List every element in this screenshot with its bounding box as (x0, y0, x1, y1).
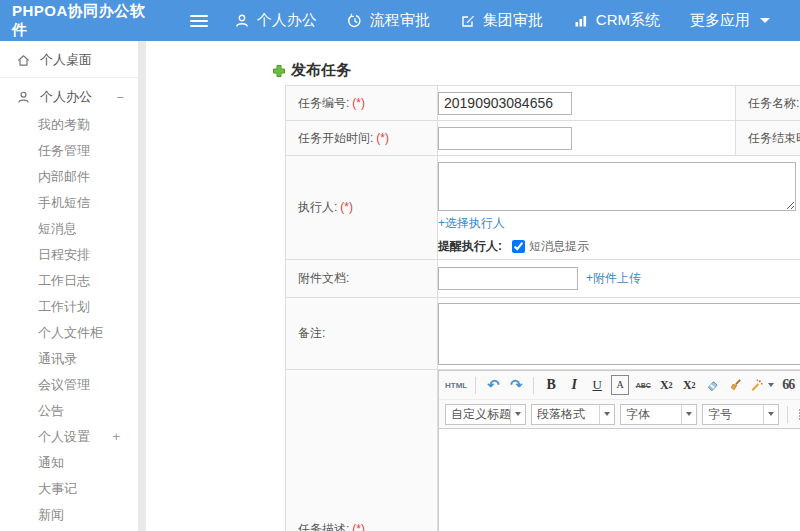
caret-down-icon (510, 405, 525, 424)
sidebar-item-label: 通知 (38, 450, 64, 476)
sidebar-item-label: 个人设置 (38, 424, 90, 450)
nav-item-workflow-approval[interactable]: 流程审批 (347, 11, 430, 30)
field-label: 任务开始时间: (298, 131, 373, 145)
sidebar-item-personal-office[interactable]: 个人办公 − (0, 82, 138, 112)
nav-item-group-approval[interactable]: 集团审批 (460, 11, 543, 30)
align-left-icon[interactable] (796, 404, 800, 424)
editor-content-area[interactable] (439, 428, 800, 531)
sidebar-item-announcement[interactable]: 公告 (0, 398, 138, 424)
attachment-label-cell: 附件文档: (286, 260, 438, 298)
app-logo: PHPOA协同办公软件 (0, 2, 150, 40)
nav-item-more-apps[interactable]: 更多应用 (690, 11, 770, 30)
nav-label: 集团审批 (483, 11, 543, 30)
end-time-label-cell: 任务结束时间:(*) (736, 121, 800, 156)
html-source-button[interactable]: HTML (445, 375, 467, 395)
required-mark: (*) (376, 131, 389, 145)
collapse-icon[interactable]: − (116, 90, 124, 105)
sidebar-item-label: 会议管理 (38, 372, 90, 398)
strikethrough-button[interactable]: ABC (634, 375, 652, 395)
sidebar-item-work-plan[interactable]: 工作计划 (0, 294, 138, 320)
clean-format-brush-icon[interactable] (726, 375, 744, 395)
required-mark: (*) (352, 522, 365, 531)
sidebar-item-memorabilia[interactable]: 大事记 (0, 476, 138, 502)
task-number-label-cell: 任务编号:(*) (286, 86, 438, 121)
divider (0, 77, 138, 78)
eraser-icon[interactable] (703, 375, 721, 395)
sidebar-item-schedule[interactable]: 日程安排 (0, 242, 138, 268)
rich-text-editor: HTML ↶ ↷ B I U A ABC X2 X2 (438, 370, 800, 531)
editor-toolbar-row2: 自定义标题 段落格式 字体 (439, 399, 800, 428)
sidebar-item-meeting-management[interactable]: 会议管理 (0, 372, 138, 398)
caret-down-icon (763, 405, 778, 424)
sidebar-item-desktop[interactable]: 个人桌面 (0, 45, 138, 75)
caret-down-icon (681, 405, 696, 424)
sidebar-item-label: 个人桌面 (40, 51, 92, 69)
superscript-button[interactable]: X2 (657, 375, 675, 395)
sidebar-item-label: 公告 (38, 398, 64, 424)
sidebar-item-label: 内部邮件 (38, 164, 90, 190)
field-label: 任务结束时间: (748, 131, 800, 145)
underline-button[interactable]: U (588, 375, 606, 395)
sidebar-item-label: 任务管理 (38, 138, 90, 164)
undo-icon[interactable]: ↶ (484, 375, 502, 395)
bold-button[interactable]: B (542, 375, 560, 395)
sidebar-item-label: 个人文件柜 (38, 320, 103, 346)
custom-heading-select[interactable]: 自定义标题 (445, 404, 526, 425)
remark-textarea[interactable] (438, 303, 800, 365)
sidebar-item-notification[interactable]: 通知 (0, 450, 138, 476)
start-time-input[interactable] (438, 127, 572, 150)
toolbar-separator (533, 377, 534, 394)
sidebar-item-work-log[interactable]: 工作日志 (0, 268, 138, 294)
executor-textarea[interactable] (438, 162, 796, 211)
nav-label: 个人办公 (257, 11, 317, 30)
sidebar-item-contacts[interactable]: 通讯录 (0, 346, 138, 372)
font-style-button[interactable]: A (611, 375, 629, 395)
sidebar-item-mobile-sms[interactable]: 手机短信 (0, 190, 138, 216)
field-label: 备注: (298, 326, 325, 340)
task-name-label-cell: 任务名称:(*) (736, 86, 800, 121)
choose-executor-link[interactable]: +选择执行人 (438, 216, 505, 230)
sidebar-item-short-message[interactable]: 短消息 (0, 216, 138, 242)
sidebar-item-task-management[interactable]: 任务管理 (0, 138, 138, 164)
sms-remind-label: 短消息提示 (529, 238, 589, 255)
expand-icon[interactable]: + (112, 424, 120, 450)
sms-remind-checkbox[interactable] (512, 240, 525, 253)
blockquote-button[interactable]: 66 (779, 375, 797, 395)
nav-label: CRM系统 (596, 11, 660, 30)
hamburger-menu-icon[interactable] (190, 12, 208, 30)
format-painter-icon[interactable] (749, 375, 774, 395)
toolbar-separator (475, 377, 476, 394)
subscript-button[interactable]: X2 (680, 375, 698, 395)
page-title: 发布任务 (291, 61, 351, 80)
sidebar-item-personal-files[interactable]: 个人文件柜 (0, 320, 138, 346)
sidebar-item-label: 通讯录 (38, 346, 77, 372)
field-label: 任务描述: (298, 522, 349, 531)
sidebar-item-news[interactable]: 新闻 (0, 502, 138, 528)
sidebar-item-personal-settings[interactable]: 个人设置 + (0, 424, 138, 450)
person-icon (16, 90, 31, 105)
attachment-input[interactable] (438, 267, 578, 290)
font-family-select[interactable]: 字体 (620, 404, 697, 425)
topbar-nav: 个人办公 流程审批 集团审批 CRM系统 更 (234, 11, 800, 30)
field-label: 执行人: (298, 200, 337, 214)
remark-label-cell: 备注: (286, 298, 438, 370)
attachment-upload-link[interactable]: +附件上传 (586, 270, 641, 287)
sidebar-item-attendance[interactable]: 我的考勤 (0, 112, 138, 138)
nav-item-personal-office[interactable]: 个人办公 (234, 11, 317, 30)
main-content: 发布任务 任务编号:(*) 任务名称:(*) 任务开 (146, 41, 800, 531)
sidebar: 个人桌面 个人办公 − 我的考勤 任务管理 内部邮件 手机短信 短消息 日程安排… (0, 41, 138, 531)
editor-toolbar-row1: HTML ↶ ↷ B I U A ABC X2 X2 (439, 371, 800, 399)
italic-button[interactable]: I (565, 375, 583, 395)
sidebar-item-internal-mail[interactable]: 内部邮件 (0, 164, 138, 190)
redo-icon[interactable]: ↷ (507, 375, 525, 395)
field-label: 任务编号: (298, 96, 349, 110)
sidebar-item-label: 新闻 (38, 502, 64, 528)
paragraph-format-select[interactable]: 段落格式 (531, 404, 615, 425)
sidebar-content-divider (138, 41, 146, 531)
nav-item-crm-system[interactable]: CRM系统 (573, 11, 660, 30)
task-number-input[interactable] (438, 92, 572, 115)
font-size-select[interactable]: 字号 (702, 404, 779, 425)
sidebar-item-label: 大事记 (38, 476, 77, 502)
remind-executor-label: 提醒执行人: (438, 238, 502, 255)
sidebar-item-label: 个人办公 (40, 88, 92, 106)
